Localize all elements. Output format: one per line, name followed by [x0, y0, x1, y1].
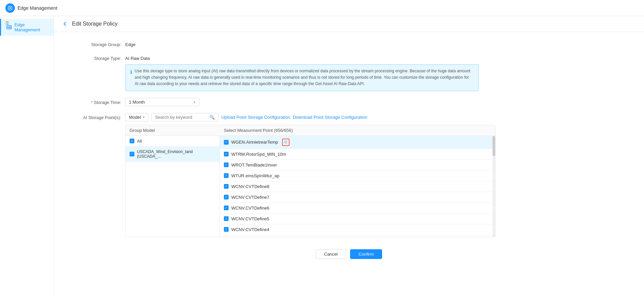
measure-item[interactable]: WCNV.CVTDefine7: [220, 192, 493, 203]
measure-checkbox[interactable]: [224, 173, 229, 178]
model-filter-select[interactable]: Model ▾: [125, 113, 148, 121]
ai-storage-points-section: AI Storage Point(s): Model ▾ 🔍 Upload Po…: [67, 113, 631, 237]
measure-checkbox[interactable]: [224, 195, 229, 199]
measure-column: WGEN.AirinletrearTemp⚙WTRM.RotorSpd_MIN_…: [220, 136, 493, 237]
confirm-button[interactable]: Confirm: [350, 249, 382, 259]
measure-label: WTUR.emsSpInWtur_ap: [231, 173, 279, 178]
page-title: Edit Storage Policy: [72, 21, 117, 27]
points-filter-row: Model ▾ 🔍 Upload Point Storage Configura…: [125, 113, 631, 121]
storage-group-value: Edge: [125, 40, 135, 47]
cancel-button[interactable]: Cancel: [316, 249, 346, 259]
table-body: All USCADA_Wind_Envision_land (USCADA_..…: [126, 136, 495, 237]
storage-points-controls: Model ▾ 🔍 Upload Point Storage Configura…: [125, 113, 631, 237]
measure-item[interactable]: WCNV.CVTDefine3: [220, 235, 493, 237]
measure-label: WCNV.CVTDefine6: [231, 206, 269, 211]
table-scrollbar[interactable]: [493, 136, 495, 237]
measure-checkbox[interactable]: [224, 206, 229, 210]
measure-item[interactable]: WTUR.emsSpInWtur_ap: [220, 171, 493, 181]
col-group-header: Group Model: [130, 128, 224, 133]
measure-label: WROT.TemBlade1Inver: [231, 162, 277, 168]
measure-item[interactable]: WCNV.CVTDefine4: [220, 224, 493, 235]
measure-item[interactable]: WCNV.CVTDefine8: [220, 181, 493, 192]
expand-icon: ☰: [5, 21, 9, 26]
svg-point-1: [9, 7, 11, 9]
app-name: Edge Management: [18, 5, 57, 11]
storage-type-row: Storage Type: AI Raw Data ℹ Use this sto…: [67, 54, 631, 91]
download-link[interactable]: Download Point Storage Configuration: [293, 115, 367, 120]
main-layout: Edge Management ☰ Edit Storage Policy St…: [0, 16, 644, 296]
ai-storage-points-label: AI Storage Point(s):: [67, 113, 121, 120]
measure-item[interactable]: WCNV.CVTDefine5: [220, 214, 493, 224]
group-uscada-checkbox[interactable]: [130, 152, 134, 156]
measure-label: WCNV.CVTDefine8: [231, 184, 269, 189]
dropdown-arrow-icon: ▾: [194, 100, 196, 104]
storage-time-select[interactable]: 1 Month ▾: [125, 98, 199, 106]
measure-checkbox[interactable]: [224, 184, 229, 189]
footer-actions: Cancel Confirm: [67, 244, 631, 267]
group-all-label: All: [137, 139, 142, 144]
model-filter-value: Model: [129, 115, 141, 120]
group-column: All USCADA_Wind_Envision_land (USCADA_..…: [126, 136, 220, 237]
upload-link[interactable]: Upload Point Storage Configuration: [221, 115, 290, 120]
points-table: Group Model Select Measurment Point (656…: [125, 125, 496, 237]
gear-icon[interactable]: ⚙: [282, 139, 290, 146]
group-all-checkbox[interactable]: [130, 139, 134, 143]
table-header: Group Model Select Measurment Point (656…: [126, 125, 495, 136]
measure-label: WCNV.CVTDefine5: [231, 216, 269, 221]
measure-item[interactable]: WGEN.AirinletrearTemp⚙: [220, 136, 493, 149]
measure-item[interactable]: WTRM.RotorSpd_MIN_10m: [220, 149, 493, 160]
info-text: Use this storage type to store analog in…: [135, 68, 474, 87]
group-item-uscada[interactable]: USCADA_Wind_Envision_land (USCADA_...: [126, 147, 219, 162]
storage-time-row: Storage Time: 1 Month ▾: [67, 98, 631, 106]
storage-type-value: AI Raw Data: [125, 54, 479, 61]
search-box[interactable]: 🔍: [151, 113, 218, 121]
top-bar: Edge Management: [0, 0, 644, 16]
measure-checkbox[interactable]: [224, 162, 229, 167]
measure-checkbox[interactable]: [224, 152, 229, 156]
info-icon: ℹ: [130, 68, 132, 76]
group-item-all[interactable]: All: [126, 136, 219, 147]
storage-type-label: Storage Type:: [67, 54, 121, 61]
back-button[interactable]: [62, 21, 68, 27]
measure-label: WTRM.RotorSpd_MIN_10m: [231, 152, 286, 157]
content-area: Edit Storage Policy Storage Group: Edge …: [54, 16, 644, 296]
measure-checkbox[interactable]: [224, 216, 229, 221]
storage-time-label: Storage Time:: [67, 98, 121, 105]
sidebar: Edge Management ☰: [0, 16, 54, 296]
measure-label: WCNV.CVTDefine4: [231, 227, 269, 232]
measure-label: WCNV.CVTDefine7: [231, 195, 269, 200]
group-uscada-label: USCADA_Wind_Envision_land (USCADA_...: [137, 149, 215, 159]
search-input[interactable]: [155, 115, 207, 120]
table-scrollbar-thumb[interactable]: [493, 136, 495, 156]
measure-checkbox[interactable]: [224, 140, 229, 145]
page-header: Edit Storage Policy: [54, 16, 644, 32]
storage-group-label: Storage Group:: [67, 40, 121, 47]
search-icon: 🔍: [209, 115, 215, 120]
sidebar-expand-btn[interactable]: ☰: [0, 17, 54, 29]
col-measure-header: Select Measurment Point (656/656): [224, 128, 491, 133]
storage-group-row: Storage Group: Edge: [67, 40, 631, 47]
form-body: Storage Group: Edge Storage Type: AI Raw…: [54, 32, 644, 296]
model-filter-arrow-icon: ▾: [143, 115, 145, 119]
storage-time-value: 1 Month: [129, 100, 145, 105]
info-box: ℹ Use this storage type to store analog …: [125, 64, 479, 91]
measure-label: WGEN.AirinletrearTemp: [231, 140, 278, 145]
measure-item[interactable]: WCNV.CVTDefine6: [220, 203, 493, 214]
app-logo: Edge Management: [5, 3, 59, 13]
logo-icon: [5, 3, 15, 13]
measure-item[interactable]: WROT.TemBlade1Inver: [220, 160, 493, 171]
measure-checkbox[interactable]: [224, 227, 229, 232]
